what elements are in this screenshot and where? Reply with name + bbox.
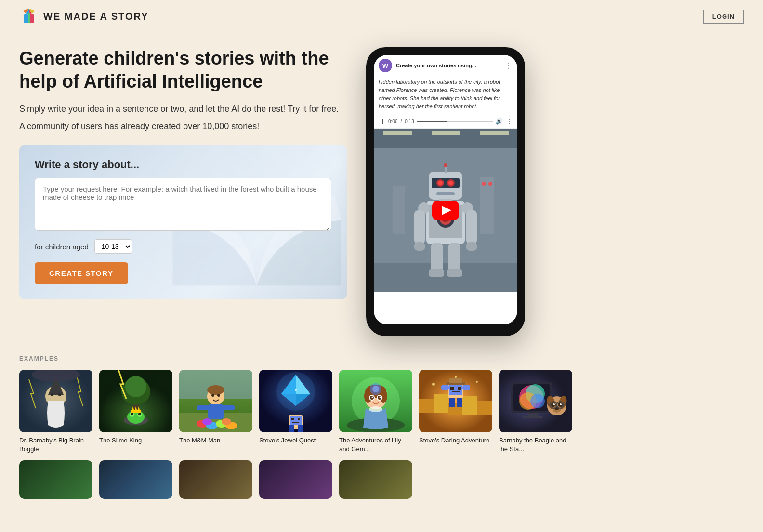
thumb-image-4	[259, 370, 332, 432]
story-title-6: Steve's Daring Adventure	[419, 436, 492, 445]
thumb-image-1	[19, 370, 92, 432]
story-title-5: The Adventures of Lily and Gem...	[339, 436, 412, 454]
phone-mockup-container: W Create your own stories using... ⋮ hid…	[366, 47, 530, 336]
youtube-header: W Create your own stories using... ⋮	[374, 55, 517, 75]
thumb-image-3	[179, 370, 252, 432]
story-thumb-1	[19, 370, 92, 432]
svg-rect-140	[523, 416, 542, 418]
story-thumb-6	[419, 370, 492, 432]
story-textarea[interactable]	[35, 178, 331, 231]
volume-icon[interactable]: 🔊	[496, 118, 503, 125]
svg-point-69	[207, 385, 224, 395]
thumb-bottom-3[interactable]	[179, 460, 252, 499]
story-title-4: Steve's Jewel Quest	[259, 436, 332, 445]
progress-bar[interactable]	[417, 121, 493, 122]
svg-rect-124	[449, 378, 462, 383]
svg-rect-26	[466, 210, 477, 244]
svg-rect-127	[441, 385, 449, 390]
story-form: Write a story about... for children aged…	[35, 158, 331, 284]
login-button[interactable]: LOGIN	[703, 10, 744, 24]
story-item-1[interactable]: Dr. Barnaby's Big Brain Boggle	[19, 370, 92, 454]
story-item-6[interactable]: Steve's Daring Adventure	[419, 370, 492, 454]
story-thumb-2	[99, 370, 172, 432]
thumb-bottom-2[interactable]	[99, 460, 172, 499]
svg-rect-90	[289, 425, 294, 432]
video-controls: ⏸ 0:06 / 0:13 🔊 ⋮	[374, 115, 517, 129]
svg-point-95	[295, 389, 297, 391]
svg-rect-30	[432, 178, 460, 188]
svg-point-34	[448, 181, 453, 185]
more-options-icon[interactable]: ⋮	[505, 61, 513, 70]
svg-rect-116	[462, 396, 477, 415]
thumb-image-2	[99, 370, 172, 432]
svg-rect-37	[431, 243, 443, 272]
thumb-bottom-4[interactable]	[259, 460, 332, 499]
age-row: for children aged 3-5 6-9 10-13 14+	[35, 239, 331, 254]
hero-community: A community of users has already created…	[19, 121, 347, 131]
story-title-2: The Slime King	[99, 436, 172, 445]
story-item-7[interactable]: Barnaby the Beagle and the Sta...	[499, 370, 572, 454]
svg-rect-94	[292, 422, 299, 423]
svg-point-48	[58, 393, 61, 396]
hero-subtitle: Simply write your idea in a sentence or …	[19, 103, 347, 116]
story-text: hidden laboratory on the outskirts of th…	[379, 78, 513, 111]
create-story-button[interactable]: CREATE STORY	[35, 262, 128, 284]
story-item-3[interactable]: The M&M Man	[179, 370, 252, 454]
svg-point-80	[217, 394, 220, 397]
story-text-area: hidden laboratory on the outskirts of th…	[374, 75, 517, 115]
phone-screen: W Create your own stories using... ⋮ hid…	[374, 55, 517, 324]
svg-point-17	[488, 182, 492, 186]
svg-point-129	[432, 383, 435, 386]
pause-icon[interactable]: ⏸	[379, 117, 385, 125]
examples-grid-row2	[19, 460, 744, 499]
svg-rect-39	[429, 269, 444, 277]
svg-rect-114	[434, 394, 448, 413]
story-title-3: The M&M Man	[179, 436, 252, 445]
svg-rect-25	[414, 210, 425, 244]
svg-point-32	[438, 181, 443, 185]
thumb-image-6	[419, 370, 492, 432]
logo-icon	[19, 7, 39, 26]
progress-fill	[417, 121, 447, 122]
svg-point-146	[553, 403, 555, 405]
svg-rect-15	[393, 186, 405, 234]
examples-label: EXAMPLES	[19, 355, 744, 362]
hero-title: Generate children's stories with the hel…	[19, 47, 347, 93]
story-title-1: Dr. Barnaby's Big Brain Boggle	[19, 436, 92, 454]
time-current: 0:06	[388, 119, 397, 124]
svg-rect-91	[298, 425, 303, 432]
svg-point-78	[222, 418, 231, 425]
story-item-5[interactable]: The Adventures of Lily and Gem...	[339, 370, 412, 454]
svg-point-108	[372, 397, 373, 398]
header: WE MADE A STORY LOGIN	[0, 0, 763, 33]
channel-avatar: W	[379, 59, 392, 72]
svg-rect-9	[383, 131, 412, 135]
story-item-2[interactable]: The Slime King	[99, 370, 172, 454]
svg-point-60	[138, 413, 141, 415]
svg-rect-11	[480, 131, 509, 135]
svg-rect-125	[449, 398, 455, 407]
hero-left: Generate children's stories with the hel…	[19, 47, 347, 299]
svg-rect-5	[30, 14, 34, 23]
svg-point-47	[51, 393, 53, 396]
age-select[interactable]: 3-5 6-9 10-13 14+	[94, 239, 132, 254]
svg-rect-120	[450, 387, 454, 390]
svg-rect-121	[458, 387, 461, 390]
examples-grid: Dr. Barnaby's Big Brain Boggle	[19, 370, 744, 454]
logo-text: WE MADE A STORY	[43, 11, 149, 22]
svg-rect-70	[208, 404, 224, 419]
play-button[interactable]	[432, 201, 459, 220]
story-title-7: Barnaby the Beagle and the Sta...	[499, 436, 572, 454]
logo-area: WE MADE A STORY	[19, 7, 149, 26]
thumb-bottom-1[interactable]	[19, 460, 92, 499]
story-thumb-7	[499, 370, 572, 432]
svg-rect-40	[447, 269, 462, 277]
svg-rect-71	[197, 405, 209, 410]
settings-icon[interactable]: ⋮	[506, 117, 513, 125]
svg-point-54	[125, 376, 146, 397]
story-item-4[interactable]: Steve's Jewel Quest	[259, 370, 332, 454]
thumb-image-7	[499, 370, 572, 432]
svg-point-87	[276, 372, 315, 411]
thumb-bottom-5[interactable]	[339, 460, 412, 499]
time-total: 0:13	[405, 119, 414, 124]
